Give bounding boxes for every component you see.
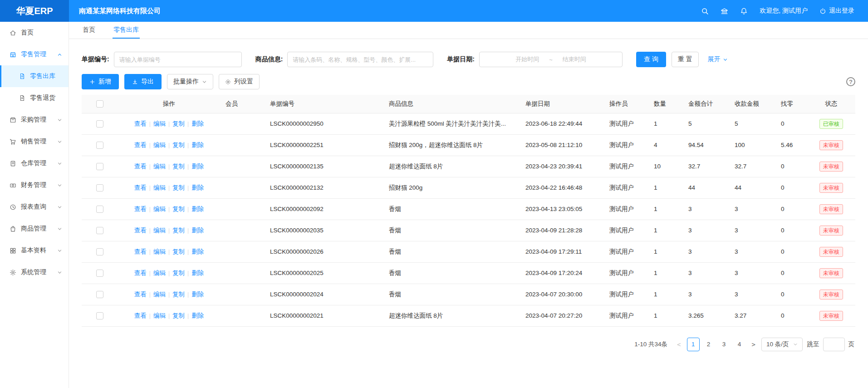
search-icon[interactable] [701, 7, 709, 15]
edit-link[interactable]: 编辑 [153, 206, 166, 212]
app-logo[interactable]: 华夏ERP [0, 0, 69, 22]
edit-link[interactable]: 编辑 [153, 163, 166, 170]
row-checkbox[interactable] [96, 142, 103, 149]
add-button[interactable]: 新增 [82, 74, 119, 89]
export-button[interactable]: 导出 [124, 74, 162, 89]
edit-link[interactable]: 编辑 [153, 248, 166, 255]
status-badge: 未审核 [819, 226, 843, 236]
row-checkbox[interactable] [96, 184, 103, 192]
copy-link[interactable]: 复制 [172, 270, 185, 276]
sidebar-item-retail-outbound[interactable]: 零售出库 [0, 65, 69, 87]
bell-icon[interactable] [740, 7, 748, 15]
row-checkbox[interactable] [96, 227, 103, 234]
page-button-1[interactable]: 1 [687, 338, 700, 351]
row-checkbox[interactable] [96, 163, 103, 170]
delete-link[interactable]: 删除 [191, 227, 204, 234]
delete-link[interactable]: 删除 [191, 312, 204, 319]
edit-link[interactable]: 编辑 [153, 291, 166, 298]
chevron-down-icon [793, 342, 798, 347]
product-input[interactable] [287, 52, 433, 67]
copy-link[interactable]: 复制 [172, 227, 185, 234]
sidebar-item-product[interactable]: 商品管理 [0, 218, 69, 240]
cell-checkbox [82, 156, 118, 177]
page-size-select[interactable]: 10 条/页 [761, 338, 803, 351]
page-button-4[interactable]: 4 [733, 338, 746, 351]
copy-link[interactable]: 复制 [172, 184, 185, 191]
tab-retail-outbound[interactable]: 零售出库 [113, 22, 140, 39]
view-link[interactable]: 查看 [134, 184, 147, 191]
sidebar-item-sales[interactable]: 销售管理 [0, 131, 69, 152]
view-link[interactable]: 查看 [134, 312, 147, 319]
table-wrapper: 操作会员单据编号商品信息单据日期操作员数量金额合计收款金额找零状态 查看|编辑|… [82, 95, 855, 327]
row-checkbox[interactable] [96, 248, 103, 255]
delete-link[interactable]: 删除 [191, 248, 204, 255]
view-link[interactable]: 查看 [134, 120, 147, 127]
view-link[interactable]: 查看 [134, 248, 147, 255]
cell-checkbox [82, 220, 118, 241]
view-link[interactable]: 查看 [134, 142, 147, 148]
sidebar-item-warehouse[interactable]: 仓库管理 [0, 152, 69, 174]
select-all-checkbox[interactable] [96, 100, 103, 108]
welcome-user[interactable]: 欢迎您, 测试用户 [760, 7, 808, 15]
delete-link[interactable]: 删除 [191, 206, 204, 212]
date-range-picker[interactable]: 开始时间 ~ 结束时间 [479, 52, 623, 67]
sidebar-item-retail-return[interactable]: 零售退货 [0, 87, 69, 109]
copy-link[interactable]: 复制 [172, 291, 185, 298]
sidebar-item-retail[interactable]: 零售管理 [0, 44, 69, 65]
view-link[interactable]: 查看 [134, 291, 147, 298]
edit-link[interactable]: 编辑 [153, 120, 166, 127]
batch-actions-button[interactable]: 批量操作 [167, 74, 213, 89]
table-row: 查看|编辑|复制|删除LSCK00000002024香烟2023-04-07 2… [82, 284, 855, 305]
delete-link[interactable]: 删除 [191, 120, 204, 127]
copy-link[interactable]: 复制 [172, 120, 185, 127]
row-checkbox[interactable] [96, 206, 103, 213]
copy-link[interactable]: 复制 [172, 142, 185, 148]
delete-link[interactable]: 删除 [191, 270, 204, 276]
help-icon[interactable]: ? [846, 77, 855, 86]
edit-link[interactable]: 编辑 [153, 270, 166, 276]
delete-link[interactable]: 删除 [191, 184, 204, 191]
sidebar-item-basic[interactable]: 基本资料 [0, 240, 69, 261]
edit-link[interactable]: 编辑 [153, 227, 166, 234]
copy-link[interactable]: 复制 [172, 248, 185, 255]
view-link[interactable]: 查看 [134, 270, 147, 276]
expand-link[interactable]: 展开 [708, 55, 728, 64]
page-button-3[interactable]: 3 [718, 338, 731, 351]
copy-link[interactable]: 复制 [172, 206, 185, 212]
cell-change: 0 [775, 305, 807, 326]
edit-link[interactable]: 编辑 [153, 142, 166, 148]
logout-button[interactable]: 退出登录 [819, 7, 854, 15]
sidebar-item-finance[interactable]: 财务管理 [0, 174, 69, 196]
cell-status: 未审核 [807, 156, 855, 177]
copy-link[interactable]: 复制 [172, 312, 185, 319]
search-button[interactable]: 查 询 [636, 52, 666, 67]
view-link[interactable]: 查看 [134, 163, 147, 170]
row-checkbox[interactable] [96, 270, 103, 277]
view-link[interactable]: 查看 [134, 206, 147, 212]
next-page-button[interactable]: > [750, 341, 757, 348]
row-checkbox[interactable] [96, 120, 103, 128]
copy-link[interactable]: 复制 [172, 163, 185, 170]
bill-no-input[interactable] [114, 52, 242, 67]
page-button-2[interactable]: 2 [702, 338, 715, 351]
delete-link[interactable]: 删除 [191, 142, 204, 148]
row-checkbox[interactable] [96, 291, 103, 298]
bank-icon[interactable] [721, 7, 728, 15]
sidebar-item-home[interactable]: 首页 [0, 22, 69, 44]
pagination: 1-10 共34条 < 1234 > 10 条/页 跳至 页 [69, 327, 868, 351]
column-settings-button[interactable]: 列设置 [219, 74, 260, 89]
prev-page-button[interactable]: < [676, 341, 682, 348]
tab-home[interactable]: 首页 [82, 22, 96, 39]
sidebar-item-purchase[interactable]: 采购管理 [0, 109, 69, 131]
delete-link[interactable]: 删除 [191, 291, 204, 298]
view-link[interactable]: 查看 [134, 227, 147, 234]
delete-link[interactable]: 删除 [191, 163, 204, 170]
cell-date: 2023-04-07 20:30:00 [520, 284, 604, 305]
sidebar-item-system[interactable]: 系统管理 [0, 261, 69, 283]
edit-link[interactable]: 编辑 [153, 184, 166, 191]
jump-page-input[interactable] [823, 338, 845, 351]
reset-button[interactable]: 重 置 [672, 52, 699, 67]
row-checkbox[interactable] [96, 312, 103, 319]
sidebar-item-report[interactable]: 报表查询 [0, 196, 69, 218]
edit-link[interactable]: 编辑 [153, 312, 166, 319]
